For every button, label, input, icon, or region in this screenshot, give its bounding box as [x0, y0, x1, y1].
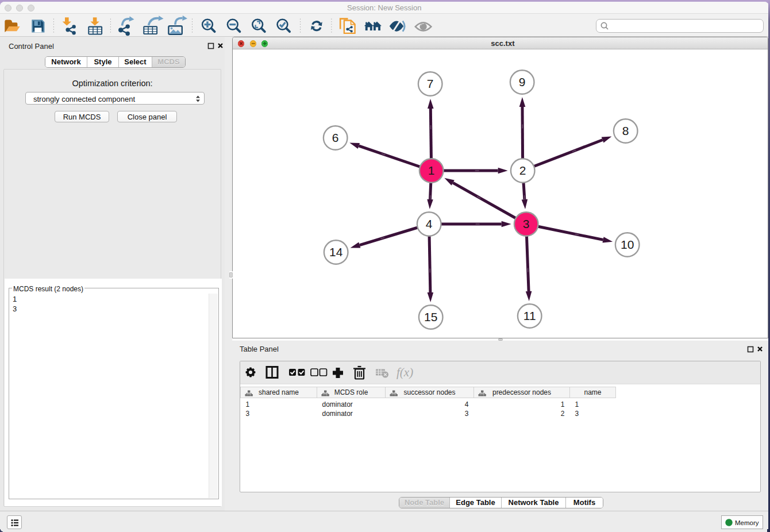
svg-text:3: 3	[523, 217, 530, 230]
svg-text:f(x): f(x)	[396, 365, 413, 379]
svg-text:15: 15	[424, 310, 437, 323]
svg-text:11: 11	[523, 309, 536, 322]
svg-text:10: 10	[621, 238, 634, 251]
svg-text:4: 4	[426, 217, 433, 230]
svg-text:2: 2	[519, 164, 526, 177]
svg-text:14: 14	[329, 245, 343, 259]
svg-text:6: 6	[332, 131, 339, 144]
svg-text:8: 8	[622, 124, 629, 137]
svg-text:9: 9	[519, 75, 526, 88]
svg-text:1: 1	[428, 164, 435, 177]
svg-text:7: 7	[427, 77, 434, 90]
